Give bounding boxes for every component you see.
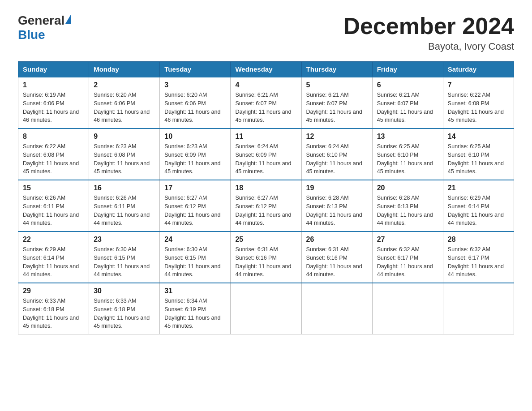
day-number: 4 [235,81,296,89]
calendar-cell: 6 Sunrise: 6:21 AM Sunset: 6:07 PM Dayli… [372,77,443,128]
day-number: 19 [306,184,368,192]
day-info: Sunrise: 6:19 AM Sunset: 6:06 PM Dayligh… [23,91,84,124]
day-info: Sunrise: 6:30 AM Sunset: 6:15 PM Dayligh… [164,245,226,279]
day-info: Sunrise: 6:21 AM Sunset: 6:07 PM Dayligh… [306,91,368,124]
calendar-cell: 12 Sunrise: 6:24 AM Sunset: 6:10 PM Dayl… [301,128,372,180]
day-info: Sunrise: 6:24 AM Sunset: 6:10 PM Dayligh… [306,142,368,176]
day-number: 3 [164,81,226,89]
day-info: Sunrise: 6:20 AM Sunset: 6:06 PM Dayligh… [94,91,155,124]
calendar-cell: 21 Sunrise: 6:29 AM Sunset: 6:14 PM Dayl… [443,180,514,231]
calendar-cell [231,283,301,334]
day-info: Sunrise: 6:25 AM Sunset: 6:10 PM Dayligh… [448,142,509,176]
logo: General Blue [18,13,71,42]
calendar-cell: 27 Sunrise: 6:32 AM Sunset: 6:17 PM Dayl… [372,231,443,283]
day-info: Sunrise: 6:23 AM Sunset: 6:08 PM Dayligh… [94,142,155,176]
day-info: Sunrise: 6:28 AM Sunset: 6:13 PM Dayligh… [377,194,438,227]
col-monday: Monday [89,62,160,77]
calendar-cell: 31 Sunrise: 6:34 AM Sunset: 6:19 PM Dayl… [160,283,231,334]
day-info: Sunrise: 6:28 AM Sunset: 6:13 PM Dayligh… [306,194,368,227]
day-number: 9 [94,133,155,141]
calendar-cell [372,283,443,334]
day-number: 18 [235,184,296,192]
calendar-cell: 26 Sunrise: 6:31 AM Sunset: 6:16 PM Dayl… [301,231,372,283]
calendar-cell [301,283,372,334]
day-info: Sunrise: 6:29 AM Sunset: 6:14 PM Dayligh… [448,194,509,227]
calendar-cell: 11 Sunrise: 6:24 AM Sunset: 6:09 PM Dayl… [231,128,301,180]
logo-general-text: General [18,13,64,28]
calendar-cell: 15 Sunrise: 6:26 AM Sunset: 6:11 PM Dayl… [18,180,89,231]
col-friday: Friday [372,62,443,77]
calendar-cell: 16 Sunrise: 6:26 AM Sunset: 6:11 PM Dayl… [89,180,160,231]
calendar-cell: 1 Sunrise: 6:19 AM Sunset: 6:06 PM Dayli… [18,77,89,128]
day-number: 23 [94,235,155,244]
title-area: December 2024 Bayota, Ivory Coast [343,13,514,52]
day-number: 26 [306,235,368,244]
calendar-cell: 17 Sunrise: 6:27 AM Sunset: 6:12 PM Dayl… [160,180,231,231]
col-thursday: Thursday [301,62,372,77]
day-number: 22 [23,235,84,244]
day-number: 16 [94,184,155,192]
week-row-2: 8 Sunrise: 6:22 AM Sunset: 6:08 PM Dayli… [18,128,514,180]
day-info: Sunrise: 6:31 AM Sunset: 6:16 PM Dayligh… [306,245,368,279]
day-number: 29 [23,287,84,295]
day-info: Sunrise: 6:26 AM Sunset: 6:11 PM Dayligh… [94,194,155,227]
day-info: Sunrise: 6:22 AM Sunset: 6:08 PM Dayligh… [23,142,84,176]
day-number: 31 [164,287,226,295]
day-number: 14 [448,133,509,141]
week-row-1: 1 Sunrise: 6:19 AM Sunset: 6:06 PM Dayli… [18,77,514,128]
calendar-header-row: Sunday Monday Tuesday Wednesday Thursday… [18,62,514,77]
day-info: Sunrise: 6:24 AM Sunset: 6:09 PM Dayligh… [235,142,296,176]
calendar-cell: 5 Sunrise: 6:21 AM Sunset: 6:07 PM Dayli… [301,77,372,128]
day-info: Sunrise: 6:31 AM Sunset: 6:16 PM Dayligh… [235,245,296,279]
calendar-cell: 22 Sunrise: 6:29 AM Sunset: 6:14 PM Dayl… [18,231,89,283]
day-number: 11 [235,133,296,141]
day-info: Sunrise: 6:27 AM Sunset: 6:12 PM Dayligh… [164,194,226,227]
day-number: 5 [306,81,368,89]
day-info: Sunrise: 6:33 AM Sunset: 6:18 PM Dayligh… [23,297,84,330]
calendar-cell: 19 Sunrise: 6:28 AM Sunset: 6:13 PM Dayl… [301,180,372,231]
calendar-cell: 3 Sunrise: 6:20 AM Sunset: 6:06 PM Dayli… [160,77,231,128]
calendar-cell: 14 Sunrise: 6:25 AM Sunset: 6:10 PM Dayl… [443,128,514,180]
day-info: Sunrise: 6:21 AM Sunset: 6:07 PM Dayligh… [235,91,296,124]
calendar-cell: 18 Sunrise: 6:27 AM Sunset: 6:12 PM Dayl… [231,180,301,231]
week-row-3: 15 Sunrise: 6:26 AM Sunset: 6:11 PM Dayl… [18,180,514,231]
calendar-cell: 29 Sunrise: 6:33 AM Sunset: 6:18 PM Dayl… [18,283,89,334]
day-info: Sunrise: 6:30 AM Sunset: 6:15 PM Dayligh… [94,245,155,279]
day-number: 12 [306,133,368,141]
calendar-cell [443,283,514,334]
day-info: Sunrise: 6:27 AM Sunset: 6:12 PM Dayligh… [235,194,296,227]
day-number: 24 [164,235,226,244]
day-number: 10 [164,133,226,141]
day-number: 28 [448,235,509,244]
col-wednesday: Wednesday [231,62,301,77]
week-row-5: 29 Sunrise: 6:33 AM Sunset: 6:18 PM Dayl… [18,283,514,334]
week-row-4: 22 Sunrise: 6:29 AM Sunset: 6:14 PM Dayl… [18,231,514,283]
day-number: 20 [377,184,438,192]
location-text: Bayota, Ivory Coast [343,41,514,52]
calendar-cell: 20 Sunrise: 6:28 AM Sunset: 6:13 PM Dayl… [372,180,443,231]
day-info: Sunrise: 6:26 AM Sunset: 6:11 PM Dayligh… [23,194,84,227]
calendar-cell: 4 Sunrise: 6:21 AM Sunset: 6:07 PM Dayli… [231,77,301,128]
calendar-cell: 25 Sunrise: 6:31 AM Sunset: 6:16 PM Dayl… [231,231,301,283]
col-sunday: Sunday [18,62,89,77]
day-info: Sunrise: 6:34 AM Sunset: 6:19 PM Dayligh… [164,297,226,330]
calendar-table: Sunday Monday Tuesday Wednesday Thursday… [18,61,514,334]
day-number: 17 [164,184,226,192]
day-info: Sunrise: 6:29 AM Sunset: 6:14 PM Dayligh… [23,245,84,279]
month-year-title: December 2024 [343,13,514,39]
day-number: 8 [23,133,84,141]
day-info: Sunrise: 6:23 AM Sunset: 6:09 PM Dayligh… [164,142,226,176]
col-tuesday: Tuesday [160,62,231,77]
day-number: 7 [448,81,509,89]
calendar-cell: 28 Sunrise: 6:32 AM Sunset: 6:17 PM Dayl… [443,231,514,283]
calendar-cell: 24 Sunrise: 6:30 AM Sunset: 6:15 PM Dayl… [160,231,231,283]
day-number: 1 [23,81,84,89]
calendar-cell: 9 Sunrise: 6:23 AM Sunset: 6:08 PM Dayli… [89,128,160,180]
day-info: Sunrise: 6:20 AM Sunset: 6:06 PM Dayligh… [164,91,226,124]
day-number: 30 [94,287,155,295]
day-number: 2 [94,81,155,89]
day-info: Sunrise: 6:21 AM Sunset: 6:07 PM Dayligh… [377,91,438,124]
logo-blue-text: Blue [18,28,45,42]
calendar-cell: 30 Sunrise: 6:33 AM Sunset: 6:18 PM Dayl… [89,283,160,334]
day-info: Sunrise: 6:32 AM Sunset: 6:17 PM Dayligh… [448,245,509,279]
